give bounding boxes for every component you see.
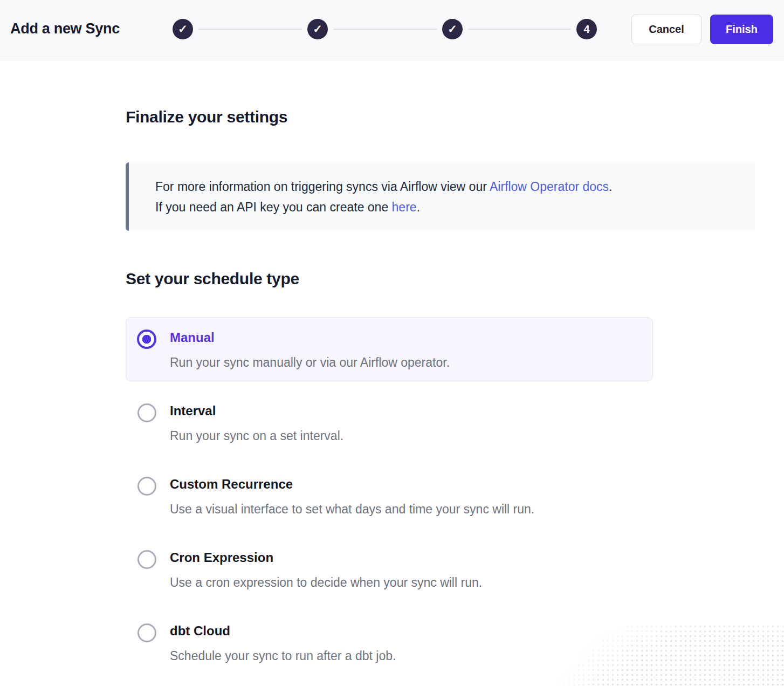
- info-line-1: For more information on triggering syncs…: [155, 176, 739, 197]
- option-label-cron-expression[interactable]: Cron Expression: [170, 547, 273, 568]
- check-icon: ✓: [313, 23, 322, 35]
- step-2-complete[interactable]: ✓: [307, 19, 328, 39]
- schedule-type-heading: Set your schedule type: [126, 269, 299, 289]
- step-number: 4: [583, 24, 589, 35]
- airflow-operator-docs-link[interactable]: Airflow Operator docs: [490, 180, 609, 194]
- finalize-settings-heading: Finalize your settings: [126, 107, 287, 127]
- radio-cron-expression[interactable]: [137, 550, 156, 569]
- check-icon: ✓: [448, 23, 457, 35]
- option-description-manual: Run your sync manually or via our Airflo…: [170, 352, 450, 373]
- check-icon: ✓: [178, 23, 188, 35]
- wizard-content: Finalize your settings For more informat…: [0, 60, 784, 686]
- option-label-manual[interactable]: Manual: [170, 327, 215, 348]
- decorative-dot-pattern: [552, 624, 784, 686]
- step-connector: [333, 29, 437, 30]
- radio-custom-recurrence[interactable]: [137, 477, 156, 496]
- option-label-interval[interactable]: Interval: [170, 401, 216, 421]
- option-label-custom-recurrence[interactable]: Custom Recurrence: [170, 474, 293, 495]
- step-1-complete[interactable]: ✓: [173, 19, 193, 39]
- page-title: Add a new Sync: [10, 20, 120, 37]
- info-line-2: If you need an API key you can create on…: [155, 197, 739, 217]
- option-description-interval: Run your sync on a set interval.: [170, 426, 343, 446]
- step-3-complete[interactable]: ✓: [442, 19, 463, 39]
- airflow-info-callout: For more information on triggering syncs…: [126, 162, 755, 231]
- finish-button[interactable]: Finish: [710, 15, 773, 44]
- wizard-header: Add a new Sync ✓ ✓ ✓ 4 Cancel Finish: [0, 0, 784, 60]
- option-description-dbt-cloud: Schedule your sync to run after a dbt jo…: [170, 646, 396, 666]
- radio-manual-selected[interactable]: [137, 330, 156, 349]
- cancel-button[interactable]: Cancel: [631, 15, 702, 44]
- step-connector: [468, 29, 571, 30]
- option-label-dbt-cloud[interactable]: dbt Cloud: [170, 621, 230, 641]
- step-connector: [198, 29, 302, 30]
- option-description-cron-expression: Use a cron expression to decide when you…: [170, 572, 482, 593]
- option-description-custom-recurrence: Use a visual interface to set what days …: [170, 499, 534, 519]
- radio-interval[interactable]: [137, 403, 156, 422]
- create-api-key-link[interactable]: here: [392, 200, 417, 214]
- radio-dbt-cloud[interactable]: [137, 623, 156, 642]
- step-4-current: 4: [576, 19, 597, 39]
